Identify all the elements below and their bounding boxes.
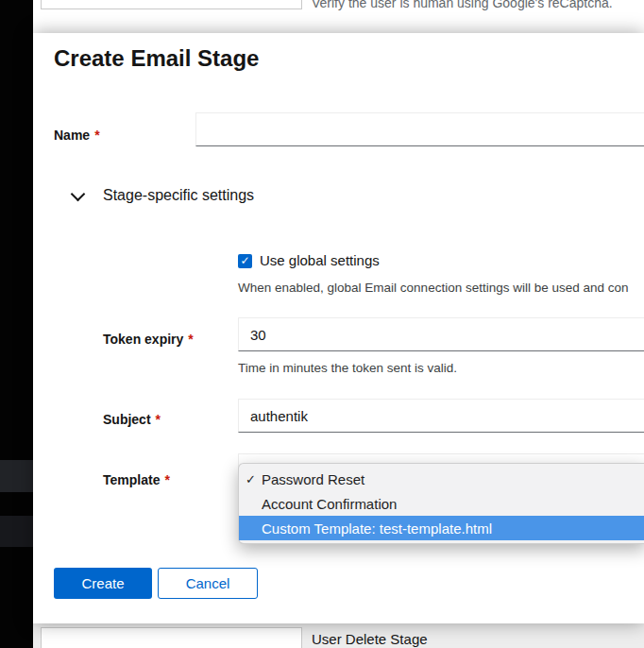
chevron-down-icon <box>71 187 86 202</box>
required-asterisk: * <box>94 128 99 143</box>
screen: Verify the user is human using Google's … <box>0 0 644 648</box>
background-card <box>41 627 302 648</box>
background-card <box>41 0 302 9</box>
sidebar-item <box>0 460 33 492</box>
dropdown-option-label: Password Reset <box>262 471 364 487</box>
subject-label-text: Subject <box>103 412 151 427</box>
cancel-button[interactable]: Cancel <box>158 568 258 599</box>
token-expiry-label: Token expiry* <box>103 332 194 347</box>
recaptcha-help-text: Verify the user is human using Google's … <box>312 0 613 10</box>
name-label-text: Name <box>54 128 90 143</box>
token-expiry-help: Time in minutes the token sent is valid. <box>238 361 457 375</box>
required-asterisk: * <box>188 332 193 347</box>
subject-label: Subject* <box>103 412 161 427</box>
app-sidebar <box>0 0 33 648</box>
sidebar-item <box>0 516 33 547</box>
background-page-top: Verify the user is human using Google's … <box>33 0 644 33</box>
required-asterisk: * <box>164 472 169 487</box>
dropdown-option-label: Custom Template: test-template.html <box>262 520 492 537</box>
dropdown-option-custom-template[interactable]: Custom Template: test-template.html <box>239 516 644 540</box>
required-asterisk: * <box>156 412 161 427</box>
create-button[interactable]: Create <box>54 568 152 599</box>
user-delete-stage-text: User Delete Stage <box>312 631 428 647</box>
subject-input[interactable] <box>238 399 644 433</box>
section-toggle[interactable]: Stage-specific settings <box>71 184 254 207</box>
background-page-bottom: User Delete Stage <box>33 623 644 648</box>
dropdown-option-account-confirmation[interactable]: Account Confirmation <box>239 491 644 516</box>
dropdown-option-password-reset[interactable]: ✓ Password Reset <box>239 467 644 491</box>
template-label: Template* <box>103 472 170 487</box>
use-global-settings-help: When enabled, global Email connection se… <box>238 281 629 295</box>
template-dropdown-menu: ✓ Password Reset Account Confirmation Cu… <box>238 463 644 544</box>
token-expiry-label-text: Token expiry <box>103 332 183 347</box>
name-label: Name* <box>54 128 100 143</box>
modal-title: Create Email Stage <box>54 45 259 72</box>
check-icon: ✓ <box>246 472 256 486</box>
name-input[interactable] <box>195 112 644 146</box>
create-email-stage-modal: Create Email Stage Name* Stage-specific … <box>33 33 644 623</box>
template-label-text: Template <box>103 472 160 487</box>
token-expiry-input[interactable] <box>238 317 644 351</box>
use-global-settings-checkbox[interactable]: ✓ <box>238 254 252 268</box>
section-title: Stage-specific settings <box>103 187 254 204</box>
use-global-settings-label[interactable]: Use global settings <box>260 252 380 268</box>
dropdown-option-label: Account Confirmation <box>262 496 397 512</box>
